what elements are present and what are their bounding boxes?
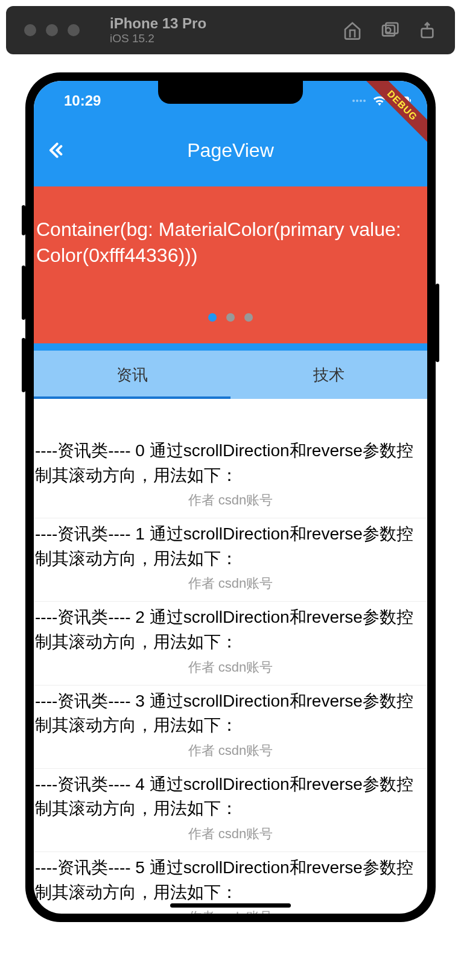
- device-os: iOS 15.2: [110, 32, 331, 45]
- maximize-dot[interactable]: [68, 24, 80, 36]
- status-time: 10:29: [64, 92, 101, 109]
- item-title: ----资讯类---- 2 通过scrollDirection和reverse参…: [34, 605, 427, 654]
- svg-point-2: [386, 28, 390, 33]
- item-author: 作者 csdn账号: [34, 491, 427, 509]
- phone-frame: DEBUG 10:29: [25, 72, 436, 922]
- screenshot-icon[interactable]: [380, 21, 399, 40]
- item-title: ----资讯类---- 3 通过scrollDirection和reverse参…: [34, 689, 427, 738]
- item-author: 作者 csdn账号: [34, 908, 427, 914]
- volume-down: [22, 338, 25, 392]
- list-item[interactable]: ----资讯类---- 0 通过scrollDirection和reverse参…: [34, 435, 427, 518]
- minimize-dot[interactable]: [46, 24, 58, 36]
- list-item[interactable]: ----资讯类---- 3 通过scrollDirection和reverse参…: [34, 686, 427, 769]
- signal-indicator: [352, 100, 366, 102]
- tab-bar: 资讯 技术: [34, 351, 427, 399]
- item-title: ----资讯类---- 4 通过scrollDirection和reverse参…: [34, 772, 427, 821]
- phone-screen: DEBUG 10:29: [34, 81, 427, 914]
- list-item[interactable]: ----资讯类---- 2 通过scrollDirection和reverse参…: [34, 602, 427, 685]
- back-button[interactable]: [46, 138, 70, 162]
- item-title: ----资讯类---- 5 通过scrollDirection和reverse参…: [34, 856, 427, 905]
- list-item[interactable]: ----资讯类---- 4 通过scrollDirection和reverse参…: [34, 769, 427, 852]
- power-button: [436, 284, 439, 362]
- svg-rect-0: [383, 25, 395, 36]
- svg-rect-3: [422, 28, 433, 37]
- banner-text: Container(bg: MaterialColor(primary valu…: [36, 217, 425, 269]
- home-indicator[interactable]: [170, 903, 291, 908]
- tab-label: 技术: [313, 364, 345, 386]
- device-info: iPhone 13 Pro iOS 15.2: [110, 15, 331, 45]
- phone-simulator: DEBUG 10:29: [25, 72, 436, 922]
- indicator-dot-0: [208, 313, 217, 322]
- indicator-dot-1: [226, 313, 235, 322]
- item-title: ----资讯类---- 1 通过scrollDirection和reverse参…: [34, 522, 427, 571]
- window-controls: [24, 24, 80, 36]
- volume-up: [22, 266, 25, 320]
- page-indicator: [208, 313, 253, 322]
- app-bar: PageView: [34, 114, 427, 186]
- home-icon[interactable]: [343, 21, 362, 40]
- item-title: ----资讯类---- 0 通过scrollDirection和reverse参…: [34, 439, 427, 488]
- toolbar-icons: [343, 21, 437, 40]
- tab-news[interactable]: 资讯: [34, 351, 230, 399]
- item-author: 作者 csdn账号: [34, 825, 427, 843]
- mute-switch: [22, 205, 25, 235]
- notch: [158, 81, 303, 104]
- tabs-divider: [34, 343, 427, 351]
- list-item[interactable]: ----资讯类---- 1 通过scrollDirection和reverse参…: [34, 518, 427, 602]
- close-dot[interactable]: [24, 24, 36, 36]
- simulator-toolbar: iPhone 13 Pro iOS 15.2: [6, 6, 455, 54]
- tab-label: 资讯: [116, 364, 148, 386]
- item-author: 作者 csdn账号: [34, 574, 427, 593]
- device-name: iPhone 13 Pro: [110, 15, 331, 32]
- share-icon[interactable]: [418, 21, 437, 40]
- item-author: 作者 csdn账号: [34, 658, 427, 676]
- indicator-dot-2: [244, 313, 253, 322]
- app-title: PageView: [187, 139, 274, 162]
- pageview-banner[interactable]: Container(bg: MaterialColor(primary valu…: [34, 186, 427, 343]
- content-list[interactable]: ----资讯类---- 0 通过scrollDirection和reverse参…: [34, 399, 427, 914]
- tab-tech[interactable]: 技术: [230, 351, 427, 399]
- item-author: 作者 csdn账号: [34, 742, 427, 760]
